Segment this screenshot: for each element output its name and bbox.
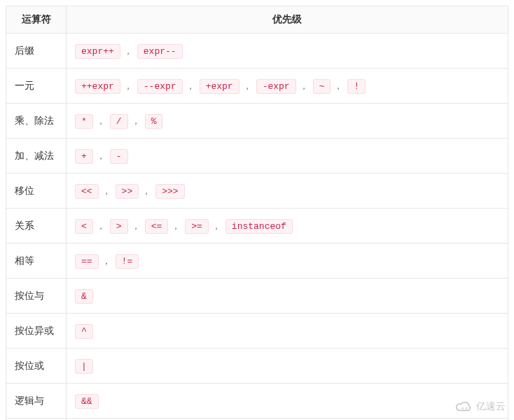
operator-separator: ， [186,80,195,91]
row-category: 按位异或 [6,314,67,349]
operator-separator: ， [141,185,151,196]
row-operators: <，>，<=，>=，instanceof [67,209,508,244]
row-operators: *，/，% [67,104,508,139]
table-row: 加、减法+，- [6,139,508,174]
operator-code: --expr [137,79,183,94]
operator-code: >> [116,184,139,199]
row-operators: | [67,349,508,384]
row-category: 加、减法 [6,139,67,174]
table-row: 移位<<，>>，>>> [6,174,508,209]
operator-separator: ， [96,115,106,126]
operator-code: == [75,254,99,269]
operator-code: -expr [256,79,296,94]
operator-separator: ， [131,220,141,231]
row-operators: ++expr，--expr，+expr，-expr，~，! [67,69,508,104]
row-category: 关系 [6,209,67,244]
row-category: 按位与 [6,279,67,314]
operator-code: && [75,394,99,409]
operator-separator: ， [299,80,309,91]
operator-code: % [145,114,163,129]
operator-separator: ， [102,255,111,266]
operator-code: & [75,289,93,304]
operator-separator: ， [131,115,141,126]
operator-separator: ， [333,80,343,91]
operator-separator: ， [96,220,106,231]
row-operators: expr++，expr-- [67,34,508,69]
operator-code: ! [347,79,366,94]
operator-separator: ， [171,220,181,231]
operator-separator: ， [242,80,252,91]
table-row: 一元++expr，--expr，+expr，-expr，~，! [6,69,508,104]
operator-separator: ， [123,80,133,91]
table-row: 按位与& [6,279,508,314]
operator-code: * [75,114,93,129]
table-row: 按位或| [6,349,508,384]
operator-code: != [116,254,139,269]
operator-code: | [75,359,93,374]
operator-separator: ， [211,220,221,231]
row-operators: ^ [67,314,508,349]
operator-code: ++expr [75,79,120,94]
operator-code: instanceof [225,219,293,234]
operator-separator: ， [102,185,111,196]
operator-code: +expr [200,79,239,94]
row-category: 后缀 [6,34,67,69]
operator-separator: ， [123,45,133,56]
row-category: 按位或 [6,349,67,384]
operator-code: >= [185,219,209,234]
row-category: 逻辑与 [6,384,67,419]
operator-code: - [110,149,128,164]
table-row: 后缀expr++，expr-- [6,34,508,69]
row-operators: & [67,279,508,314]
operator-code: / [110,114,128,129]
row-category: 乘、除法 [6,104,67,139]
row-operators: ==，!= [67,244,508,279]
row-category: 一元 [6,69,67,104]
operator-code: + [75,149,93,164]
header-priority: 优先级 [67,6,508,34]
operator-code: >>> [155,184,184,199]
table-row: 关系<，>，<=，>=，instanceof [6,209,508,244]
operator-code: expr++ [75,44,120,59]
header-category: 运算符 [6,6,67,34]
row-operators: && [67,384,508,419]
operator-code: ^ [75,324,93,339]
operator-code: << [75,184,99,199]
operator-code: expr-- [137,44,183,59]
table-row: 逻辑与&& [6,384,508,419]
row-operators: <<，>>，>>> [67,174,508,209]
operator-code: <= [145,219,169,234]
table-header-row: 运算符 优先级 [6,6,508,34]
table-row: 乘、除法*，/，% [6,104,508,139]
row-operators: +，- [67,139,508,174]
operator-separator: ， [96,150,106,161]
operator-code: < [75,219,93,234]
table-row: 按位异或^ [6,314,508,349]
row-category: 移位 [6,174,67,209]
operator-code: ~ [313,79,331,94]
row-category: 相等 [6,244,67,279]
operator-code: > [110,219,128,234]
operator-precedence-table: 运算符 优先级 后缀expr++，expr--一元++expr，--expr，+… [6,6,508,420]
table-row: 相等==，!= [6,244,508,279]
